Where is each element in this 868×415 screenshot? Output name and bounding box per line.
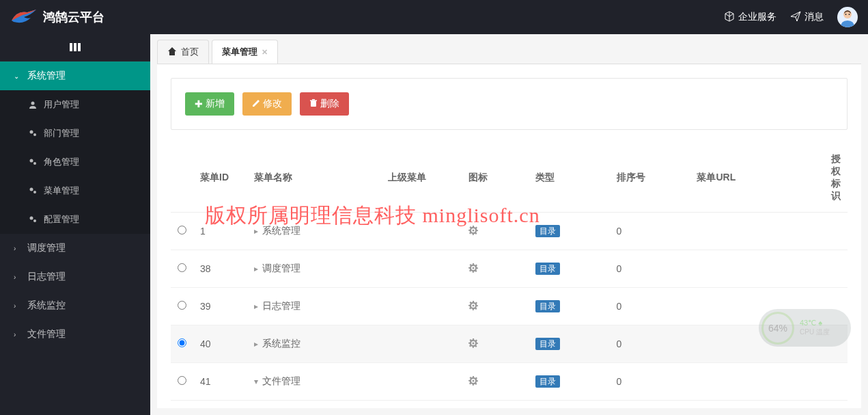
- avatar[interactable]: [837, 7, 858, 27]
- sidebar-item-label: 日志管理: [27, 271, 66, 283]
- tab-label: 菜单管理: [222, 46, 257, 58]
- sidebar-item-log[interactable]: › 日志管理: [0, 263, 150, 291]
- gear-icon: [468, 377, 478, 388]
- cpu-label: CPU 温度: [800, 327, 830, 337]
- gear-icon: [468, 264, 478, 275]
- row-radio[interactable]: [178, 301, 186, 310]
- add-button[interactable]: ✚ 新增: [185, 92, 234, 116]
- content: ✚ 新增 修改 删除 菜单ID 菜单名称: [157, 64, 861, 408]
- cube-icon: [724, 11, 735, 24]
- cell-order: 0: [610, 250, 690, 288]
- cogs-icon: [27, 215, 38, 224]
- col-auth: 授权标识: [824, 144, 848, 213]
- row-radio[interactable]: [178, 226, 186, 235]
- pencil-icon: [252, 98, 260, 109]
- cell-auth: [824, 363, 848, 401]
- sidebar-item-monitor[interactable]: › 系统监控: [0, 291, 150, 320]
- gear-icon: [468, 302, 478, 312]
- sidebar-item-menu[interactable]: 菜单管理: [0, 176, 150, 205]
- menu-icon: [70, 42, 81, 53]
- home-icon: [167, 46, 177, 58]
- user-icon: [27, 101, 38, 109]
- type-badge: 目录: [535, 375, 560, 388]
- col-select: [171, 144, 193, 213]
- cpu-percent: 64%: [761, 312, 794, 345]
- content-scroll[interactable]: ✚ 新增 修改 删除 菜单ID 菜单名称: [157, 64, 861, 408]
- cell-parent: [381, 288, 462, 325]
- col-icon: 图标: [462, 144, 529, 213]
- delete-button[interactable]: 删除: [300, 92, 349, 116]
- sidebar-item-file[interactable]: › 文件管理: [0, 320, 150, 349]
- row-radio[interactable]: [178, 338, 186, 347]
- sidebar-item-dept[interactable]: 部门管理: [0, 119, 150, 148]
- close-icon[interactable]: ✕: [262, 48, 268, 57]
- expand-icon[interactable]: ▸: [254, 226, 258, 236]
- cell-id: 41: [193, 363, 247, 401]
- sidebar-item-system[interactable]: ⌄ 系统管理: [0, 62, 150, 90]
- chevron-down-icon: ⌄: [14, 72, 22, 80]
- expand-icon[interactable]: ▾: [254, 377, 258, 386]
- table-row[interactable]: 1▸系统管理目录0: [171, 213, 848, 250]
- cell-parent: [381, 213, 462, 250]
- cell-type: 目录: [529, 288, 609, 325]
- button-label: 删除: [320, 98, 339, 110]
- cell-type: 目录: [529, 213, 609, 250]
- table-row[interactable]: 40▸系统监控目录0: [171, 325, 848, 363]
- table-row[interactable]: 39▸日志管理目录0: [171, 288, 848, 325]
- sidebar: ⌄ 系统管理 用户管理 部门管理 角色管理 菜单管理 配置管理 › 调度管理 ›…: [0, 34, 150, 415]
- cell-icon: [462, 363, 529, 401]
- enterprise-link[interactable]: 企业服务: [724, 11, 776, 24]
- svg-rect-4: [74, 43, 76, 51]
- row-radio[interactable]: [178, 263, 186, 272]
- sidebar-item-config[interactable]: 配置管理: [0, 205, 150, 234]
- sidebar-item-label: 部门管理: [44, 127, 79, 139]
- chevron-right-icon: ›: [14, 302, 22, 310]
- button-label: 新增: [206, 98, 225, 110]
- cell-id: 1: [193, 213, 247, 250]
- send-icon: [790, 11, 801, 24]
- expand-icon[interactable]: ▸: [254, 302, 258, 311]
- col-name: 菜单名称: [247, 144, 381, 213]
- edit-button[interactable]: 修改: [242, 92, 292, 116]
- sidebar-item-label: 调度管理: [27, 242, 66, 254]
- sidebar-item-label: 用户管理: [44, 98, 79, 111]
- tab-home[interactable]: 首页: [157, 40, 209, 64]
- chevron-right-icon: ›: [14, 245, 22, 252]
- sidebar-item-label: 文件管理: [27, 328, 66, 340]
- cell-type: 目录: [529, 250, 609, 288]
- cell-order: 0: [610, 325, 690, 363]
- sidebar-item-users[interactable]: 用户管理: [0, 90, 150, 119]
- svg-rect-3: [70, 43, 72, 51]
- svg-point-8: [33, 133, 36, 136]
- header-right: 企业服务 消息: [724, 7, 858, 27]
- cell-name: ▸系统监控: [247, 325, 381, 363]
- sidebar-item-role[interactable]: 角色管理: [0, 148, 150, 176]
- leaf-icon: ♠: [818, 319, 822, 327]
- logo-icon: [10, 7, 38, 27]
- logo-area: 鸿鹄云平台: [10, 7, 150, 27]
- row-radio[interactable]: [178, 376, 186, 385]
- table-row[interactable]: 38▸调度管理目录0: [171, 250, 848, 288]
- gear-icon: [468, 226, 478, 237]
- expand-icon[interactable]: ▸: [254, 264, 258, 273]
- col-type: 类型: [529, 144, 609, 213]
- svg-point-14: [33, 219, 36, 222]
- sidebar-item-label: 系统管理: [27, 70, 66, 82]
- expand-icon[interactable]: ▸: [254, 339, 258, 349]
- header: 鸿鹄云平台 企业服务 消息: [0, 0, 868, 34]
- svg-point-2: [849, 14, 850, 15]
- messages-link[interactable]: 消息: [790, 11, 824, 24]
- sidebar-toggle[interactable]: [0, 34, 150, 62]
- sidebar-item-schedule[interactable]: › 调度管理: [0, 234, 150, 263]
- app-title: 鸿鹄云平台: [43, 9, 104, 25]
- tab-menu-mgmt[interactable]: 菜单管理 ✕: [212, 40, 278, 64]
- cell-url: [690, 363, 824, 401]
- cell-icon: [462, 250, 529, 288]
- cell-url: [690, 250, 824, 288]
- table-row[interactable]: 41▾文件管理目录0: [171, 363, 848, 401]
- gear-icon: [468, 339, 478, 350]
- sidebar-item-label: 角色管理: [44, 156, 79, 168]
- messages-label: 消息: [804, 11, 824, 23]
- svg-rect-5: [78, 43, 81, 51]
- col-order: 排序号: [610, 144, 690, 213]
